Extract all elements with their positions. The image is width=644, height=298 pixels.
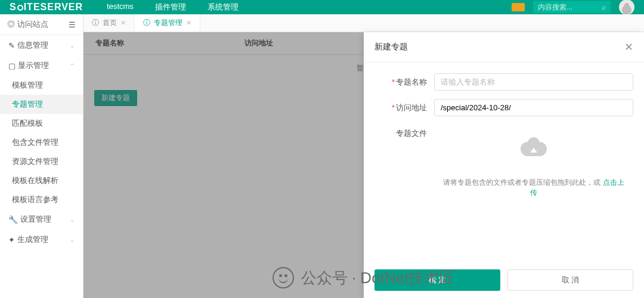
search-icon[interactable]: ⌕ <box>602 3 606 11</box>
sidebar-item-resource[interactable]: 资源文件管理 <box>0 152 83 171</box>
sidebar-group-info[interactable]: ✎ 信息管理 ⌄ <box>0 35 83 55</box>
sidebar-group-generate[interactable]: ✦ 生成管理 ⌄ <box>0 229 83 250</box>
panel-title: 新建专题 <box>374 42 408 52</box>
chevron-down-icon: ⌄ <box>70 216 75 223</box>
globe-icon: ◎ <box>7 20 15 29</box>
sidebar-item-match[interactable]: 匹配模板 <box>0 114 83 133</box>
logo: SITESERVER <box>10 2 83 13</box>
close-icon[interactable]: ✕ <box>120 19 126 27</box>
info-icon: ⓘ <box>143 18 150 28</box>
top-bar: SITESERVER testcms 插件管理 系统管理 ⌕ <box>0 0 644 14</box>
sidebar: ◎ 访问站点 ☰ ✎ 信息管理 ⌄ ▢ 显示管理 ⌃ 模板管理 专题管理 匹配模… <box>0 14 83 298</box>
sidebar-item-parser[interactable]: 模板在线解析 <box>0 171 83 190</box>
special-name-input[interactable] <box>434 73 633 91</box>
create-special-panel: 新建专题 ✕ *专题名称 *访问地址 专题文件 <box>364 32 644 298</box>
avatar[interactable] <box>619 0 634 15</box>
chevron-down-icon: ⌄ <box>70 42 75 49</box>
sidebar-item-template[interactable]: 模板管理 <box>0 76 83 95</box>
menu-plugin[interactable]: 插件管理 <box>155 2 186 13</box>
sidebar-visit-site[interactable]: ◎ 访问站点 ☰ <box>0 14 83 35</box>
sidebar-item-lang[interactable]: 模板语言参考 <box>0 190 83 209</box>
upload-cloud-icon <box>521 137 547 156</box>
tab-special[interactable]: ⓘ 专题管理 ✕ <box>135 14 200 32</box>
menu-testcms[interactable]: testcms <box>107 2 134 13</box>
label-special-name: *专题名称 <box>374 73 427 88</box>
sidebar-group-settings[interactable]: 🔧 设置管理 ⌄ <box>0 209 83 229</box>
wrench-icon: 🔧 <box>8 215 18 224</box>
label-visit-url: *访问地址 <box>374 99 427 113</box>
label-special-file: 专题文件 <box>374 125 427 139</box>
upload-hint: 请将专题包含的文件或者专题压缩包拖到此处，或 点击上传 <box>441 178 627 198</box>
close-icon[interactable]: ✕ <box>624 41 633 54</box>
tab-bar: ⓘ 首页 ✕ ⓘ 专题管理 ✕ <box>83 14 644 32</box>
info-icon: ⓘ <box>92 18 99 28</box>
chevron-down-icon: ⌄ <box>70 237 75 243</box>
sparkle-icon: ✦ <box>8 235 15 244</box>
sidebar-item-include[interactable]: 包含文件管理 <box>0 133 83 152</box>
display-icon: ▢ <box>8 61 16 70</box>
tab-home[interactable]: ⓘ 首页 ✕ <box>83 14 135 32</box>
close-icon[interactable]: ✕ <box>186 19 191 27</box>
mail-icon[interactable] <box>512 3 525 11</box>
chevron-up-icon: ⌃ <box>70 63 75 69</box>
upload-dropzone[interactable]: 请将专题包含的文件或者专题压缩包拖到此处，或 点击上传 <box>434 125 633 198</box>
edit-icon: ✎ <box>8 41 15 50</box>
search-input[interactable] <box>538 3 602 11</box>
confirm-button[interactable]: 确 定 <box>374 269 500 291</box>
visit-url-input[interactable] <box>434 99 633 116</box>
main-area: ⓘ 首页 ✕ ⓘ 专题管理 ✕ 专题名称 访问地址 暂无 新建专题 新建专题 ✕ <box>83 14 644 298</box>
sidebar-group-display[interactable]: ▢ 显示管理 ⌃ <box>0 55 83 76</box>
menu-system[interactable]: 系统管理 <box>208 2 239 13</box>
top-menu: testcms 插件管理 系统管理 <box>107 2 239 13</box>
sidebar-item-special[interactable]: 专题管理 <box>0 95 83 114</box>
menu-toggle-icon[interactable]: ☰ <box>69 20 76 29</box>
cancel-button[interactable]: 取 消 <box>507 269 633 291</box>
search-box[interactable]: ⌕ <box>533 1 611 13</box>
